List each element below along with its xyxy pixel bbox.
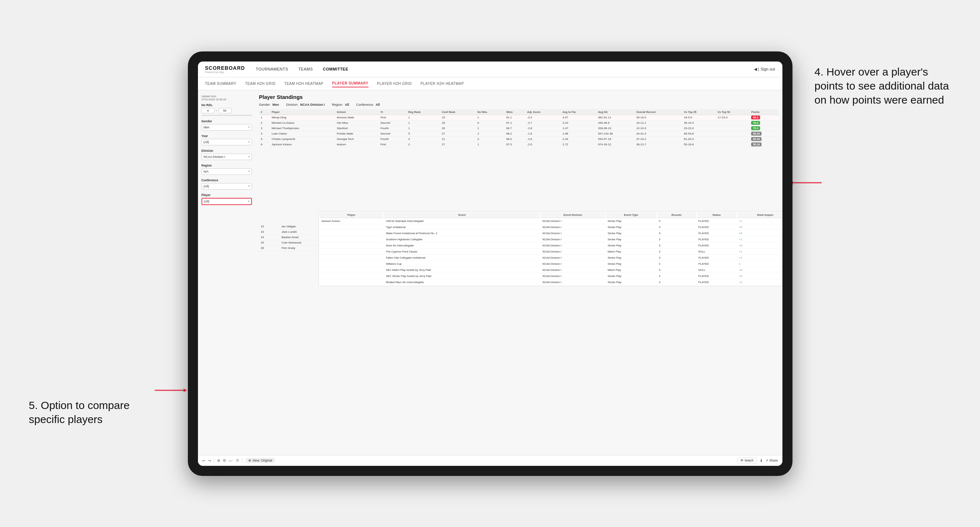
table-row: 3	[259, 125, 270, 131]
redo-icon[interactable]: ↪	[208, 459, 211, 463]
division-label: Division	[202, 149, 252, 152]
share-button[interactable]: ↗ Share	[765, 459, 778, 462]
chevron-down-icon-4: ▾	[248, 170, 250, 173]
annotation-5-text: 5. Option to compare specific players	[29, 398, 137, 426]
watch-button[interactable]: 👁 Watch	[737, 457, 757, 464]
chevron-down-icon-6: ▾	[248, 200, 250, 203]
content-area: Player Standings Gender: Men Division: N…	[256, 90, 783, 455]
main-content: Update time: 27/01/2024 16:56:26 No Rds.…	[198, 90, 783, 455]
table-row: 6	[259, 142, 270, 147]
view-original-button[interactable]: ⊕ View: Original	[245, 458, 275, 463]
region-dropdown[interactable]: N/A ▾	[202, 168, 252, 175]
nav-tournaments[interactable]: TOURNAMENTS	[256, 65, 288, 73]
event-col-player: Player	[320, 212, 383, 218]
col-vs25: Vs Top 25	[682, 110, 716, 115]
gender-label: Gender	[202, 119, 252, 123]
region-value: N/A	[204, 170, 209, 173]
year-value: (All)	[204, 140, 209, 144]
chevron-down-icon-3: ▾	[248, 155, 250, 158]
event-col-division: Event Division	[541, 212, 605, 218]
sign-out-button[interactable]: ◀ | Sign out	[754, 67, 775, 71]
gender-dropdown[interactable]: Men ▾	[202, 124, 252, 130]
year-label: Year	[202, 134, 252, 138]
col-vs50: Vs Top 50	[716, 110, 750, 115]
filter-region-label: Region:	[332, 103, 343, 106]
subnav-player-summary[interactable]: PLAYER SUMMARY	[332, 80, 369, 87]
col-sg: Avg SG	[597, 110, 635, 115]
standings-table: # Player School Yr Reg Rank Conf Rank No…	[259, 110, 779, 148]
copy-icon[interactable]: ⧉	[223, 458, 226, 463]
nav-items: TOURNAMENTS TEAMS COMMITTEE	[256, 65, 754, 73]
year-dropdown[interactable]: (All) ▾	[202, 139, 252, 145]
event-col-type: Event Type	[606, 212, 657, 218]
sign-out-separator: ◀ |	[754, 67, 759, 71]
bottom-bar: ↩ ↪ ⚙ ⧉ —· ⏱ ⊕ View: Original 👁 Watch ⬇ …	[198, 455, 783, 466]
range-slider[interactable]	[202, 115, 252, 116]
arrow-4-icon	[789, 179, 822, 186]
col-points: Points	[749, 110, 778, 115]
section-title: Player Standings	[259, 94, 779, 100]
col-record: Overall Record	[635, 110, 682, 115]
chevron-down-icon-2: ▾	[248, 140, 250, 143]
player-dropdown[interactable]: (All) ▾	[202, 198, 252, 205]
conference-value: (All)	[204, 184, 209, 188]
filter-conference-label: Conference:	[356, 103, 374, 106]
undo-icon[interactable]: ↩	[202, 459, 205, 463]
no-rds-range: -	[202, 108, 252, 113]
logo-text: SCOREBOARD	[205, 65, 245, 71]
filter-division-label: Division:	[286, 103, 298, 106]
logo-area: SCOREBOARD Powered by clipp	[205, 65, 245, 73]
bottom-divider-1	[214, 458, 214, 463]
table-row: 5	[259, 137, 270, 142]
col-school: School	[335, 110, 379, 115]
no-rds-min-input[interactable]	[202, 108, 215, 113]
nav-teams[interactable]: TEAMS	[298, 65, 313, 73]
chevron-down-icon: ▾	[248, 125, 250, 129]
top-nav: SCOREBOARD Powered by clipp TOURNAMENTS …	[198, 62, 783, 77]
table-row: 4	[259, 131, 270, 137]
sub-nav: TEAM SUMMARY TEAM H2H GRID TEAM H2H HEAT…	[198, 77, 783, 90]
no-rds-label: No Rds.	[202, 103, 252, 107]
sidebar: Update time: 27/01/2024 16:56:26 No Rds.…	[198, 90, 256, 455]
subnav-team-h2h-grid[interactable]: TEAM H2H GRID	[245, 80, 276, 87]
col-to-par: Avg to Par	[561, 110, 597, 115]
sign-out-label: Sign out	[760, 67, 775, 71]
filter-gender-label: Gender:	[259, 103, 271, 106]
subnav-team-h2h-heatmap[interactable]: TEAM H2H HEATMAP	[284, 80, 323, 87]
col-reg-rank: Reg Rank	[406, 110, 440, 115]
filter-conference: Conference: All	[356, 103, 380, 106]
sidebar-year: Year (All) ▾	[202, 134, 252, 145]
subnav-team-summary[interactable]: TEAM SUMMARY	[205, 80, 237, 87]
subnav-player-h2h-heatmap[interactable]: PLAYER H2H HEATMAP	[420, 80, 464, 87]
col-yr: Yr	[379, 110, 407, 115]
settings-icon[interactable]: ⚙	[217, 459, 220, 463]
conference-dropdown[interactable]: (All) ▾	[202, 183, 252, 190]
bottom-divider-2	[242, 458, 243, 463]
filter-conference-value: All	[376, 103, 380, 106]
player-value: (All)	[204, 200, 210, 203]
division-dropdown[interactable]: NCAA Division I ▾	[202, 154, 252, 160]
svg-marker-3	[183, 389, 187, 392]
col-num: #	[259, 110, 270, 115]
event-col-rank-impact: Rank Impact	[737, 212, 783, 218]
sidebar-division: Division NCAA Division I ▾	[202, 149, 252, 160]
download-icon[interactable]: ⬇	[760, 459, 763, 463]
col-conf-rank: Conf Rank	[440, 110, 476, 115]
col-player: Player	[270, 110, 335, 115]
col-rds: No Rds.	[476, 110, 504, 115]
filter-row: Gender: Men Division: NCAA Division I Re…	[259, 103, 779, 106]
gender-value: Men	[204, 125, 210, 129]
nav-committee[interactable]: COMMITTEE	[323, 65, 348, 73]
clock-icon[interactable]: ⏱	[236, 459, 239, 463]
sidebar-region: Region N/A ▾	[202, 163, 252, 175]
tablet-frame: SCOREBOARD Powered by clipp TOURNAMENTS …	[188, 51, 792, 476]
subnav-player-h2h-grid[interactable]: PLAYER H2H GRID	[377, 80, 412, 87]
update-time: Update time: 27/01/2024 16:56:26	[202, 95, 252, 101]
conference-label: Conference	[202, 178, 252, 182]
event-sub-table: Player Event Event Division Event Type R…	[318, 211, 783, 286]
col-adj-score: Adj. Score	[525, 110, 561, 115]
filter-region-value: All	[345, 103, 349, 106]
no-rds-max-input[interactable]	[218, 108, 231, 113]
logo-sub: Powered by clipp	[205, 71, 245, 73]
col-wins: Wins	[504, 110, 525, 115]
